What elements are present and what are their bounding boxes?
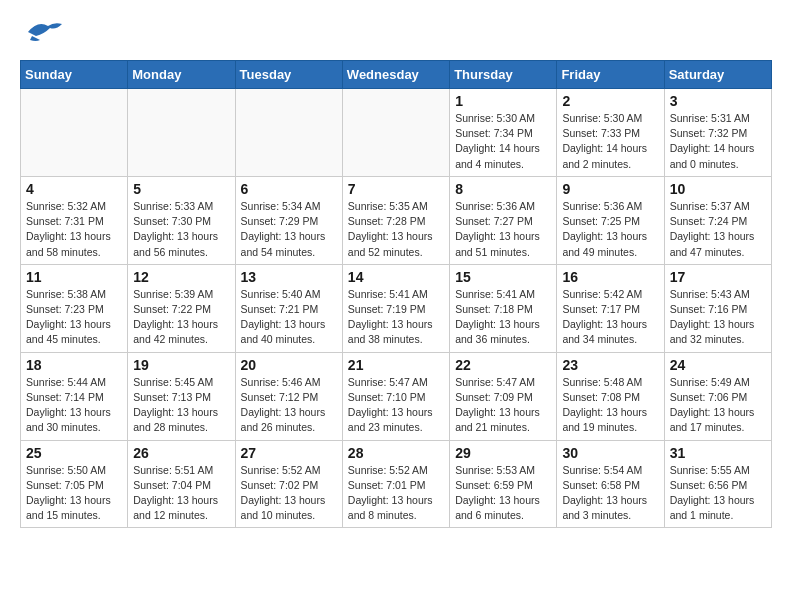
calendar-cell (235, 89, 342, 177)
calendar-cell: 3Sunrise: 5:31 AMSunset: 7:32 PMDaylight… (664, 89, 771, 177)
day-number: 15 (455, 269, 551, 285)
day-info: Sunrise: 5:33 AMSunset: 7:30 PMDaylight:… (133, 199, 229, 260)
day-info: Sunrise: 5:47 AMSunset: 7:10 PMDaylight:… (348, 375, 444, 436)
weekday-header: Saturday (664, 61, 771, 89)
day-info: Sunrise: 5:38 AMSunset: 7:23 PMDaylight:… (26, 287, 122, 348)
day-number: 5 (133, 181, 229, 197)
day-info: Sunrise: 5:34 AMSunset: 7:29 PMDaylight:… (241, 199, 337, 260)
day-info: Sunrise: 5:44 AMSunset: 7:14 PMDaylight:… (26, 375, 122, 436)
page: SundayMondayTuesdayWednesdayThursdayFrid… (0, 0, 792, 544)
calendar-cell: 4Sunrise: 5:32 AMSunset: 7:31 PMDaylight… (21, 176, 128, 264)
calendar-cell: 26Sunrise: 5:51 AMSunset: 7:04 PMDayligh… (128, 440, 235, 528)
day-info: Sunrise: 5:36 AMSunset: 7:27 PMDaylight:… (455, 199, 551, 260)
day-number: 1 (455, 93, 551, 109)
day-number: 20 (241, 357, 337, 373)
calendar-cell (21, 89, 128, 177)
day-number: 4 (26, 181, 122, 197)
day-number: 7 (348, 181, 444, 197)
day-number: 14 (348, 269, 444, 285)
day-info: Sunrise: 5:52 AMSunset: 7:02 PMDaylight:… (241, 463, 337, 524)
day-number: 9 (562, 181, 658, 197)
header (20, 16, 772, 48)
calendar-week-row: 18Sunrise: 5:44 AMSunset: 7:14 PMDayligh… (21, 352, 772, 440)
calendar-cell: 18Sunrise: 5:44 AMSunset: 7:14 PMDayligh… (21, 352, 128, 440)
calendar-cell (342, 89, 449, 177)
logo-bird-icon (20, 16, 64, 48)
calendar-cell: 24Sunrise: 5:49 AMSunset: 7:06 PMDayligh… (664, 352, 771, 440)
day-number: 22 (455, 357, 551, 373)
calendar-cell: 13Sunrise: 5:40 AMSunset: 7:21 PMDayligh… (235, 264, 342, 352)
day-info: Sunrise: 5:47 AMSunset: 7:09 PMDaylight:… (455, 375, 551, 436)
calendar-cell: 9Sunrise: 5:36 AMSunset: 7:25 PMDaylight… (557, 176, 664, 264)
calendar-cell: 17Sunrise: 5:43 AMSunset: 7:16 PMDayligh… (664, 264, 771, 352)
weekday-header: Tuesday (235, 61, 342, 89)
day-info: Sunrise: 5:48 AMSunset: 7:08 PMDaylight:… (562, 375, 658, 436)
calendar-table: SundayMondayTuesdayWednesdayThursdayFrid… (20, 60, 772, 528)
day-number: 13 (241, 269, 337, 285)
day-number: 11 (26, 269, 122, 285)
day-number: 19 (133, 357, 229, 373)
day-number: 12 (133, 269, 229, 285)
day-number: 29 (455, 445, 551, 461)
calendar-cell: 8Sunrise: 5:36 AMSunset: 7:27 PMDaylight… (450, 176, 557, 264)
calendar-week-row: 1Sunrise: 5:30 AMSunset: 7:34 PMDaylight… (21, 89, 772, 177)
day-info: Sunrise: 5:39 AMSunset: 7:22 PMDaylight:… (133, 287, 229, 348)
day-number: 27 (241, 445, 337, 461)
calendar-week-row: 4Sunrise: 5:32 AMSunset: 7:31 PMDaylight… (21, 176, 772, 264)
day-info: Sunrise: 5:49 AMSunset: 7:06 PMDaylight:… (670, 375, 766, 436)
day-info: Sunrise: 5:54 AMSunset: 6:58 PMDaylight:… (562, 463, 658, 524)
weekday-header: Thursday (450, 61, 557, 89)
day-info: Sunrise: 5:51 AMSunset: 7:04 PMDaylight:… (133, 463, 229, 524)
calendar-cell: 25Sunrise: 5:50 AMSunset: 7:05 PMDayligh… (21, 440, 128, 528)
calendar-cell: 14Sunrise: 5:41 AMSunset: 7:19 PMDayligh… (342, 264, 449, 352)
weekday-header: Wednesday (342, 61, 449, 89)
weekday-header: Monday (128, 61, 235, 89)
calendar-cell: 5Sunrise: 5:33 AMSunset: 7:30 PMDaylight… (128, 176, 235, 264)
day-info: Sunrise: 5:40 AMSunset: 7:21 PMDaylight:… (241, 287, 337, 348)
calendar-week-row: 25Sunrise: 5:50 AMSunset: 7:05 PMDayligh… (21, 440, 772, 528)
calendar-week-row: 11Sunrise: 5:38 AMSunset: 7:23 PMDayligh… (21, 264, 772, 352)
calendar-cell: 30Sunrise: 5:54 AMSunset: 6:58 PMDayligh… (557, 440, 664, 528)
day-number: 16 (562, 269, 658, 285)
day-info: Sunrise: 5:30 AMSunset: 7:33 PMDaylight:… (562, 111, 658, 172)
calendar-cell: 31Sunrise: 5:55 AMSunset: 6:56 PMDayligh… (664, 440, 771, 528)
weekday-header: Sunday (21, 61, 128, 89)
day-info: Sunrise: 5:46 AMSunset: 7:12 PMDaylight:… (241, 375, 337, 436)
day-number: 24 (670, 357, 766, 373)
day-number: 8 (455, 181, 551, 197)
calendar-cell: 12Sunrise: 5:39 AMSunset: 7:22 PMDayligh… (128, 264, 235, 352)
day-info: Sunrise: 5:37 AMSunset: 7:24 PMDaylight:… (670, 199, 766, 260)
day-number: 6 (241, 181, 337, 197)
day-number: 31 (670, 445, 766, 461)
day-number: 25 (26, 445, 122, 461)
day-info: Sunrise: 5:52 AMSunset: 7:01 PMDaylight:… (348, 463, 444, 524)
day-info: Sunrise: 5:35 AMSunset: 7:28 PMDaylight:… (348, 199, 444, 260)
calendar-cell: 19Sunrise: 5:45 AMSunset: 7:13 PMDayligh… (128, 352, 235, 440)
calendar-cell: 15Sunrise: 5:41 AMSunset: 7:18 PMDayligh… (450, 264, 557, 352)
day-number: 23 (562, 357, 658, 373)
calendar-cell: 1Sunrise: 5:30 AMSunset: 7:34 PMDaylight… (450, 89, 557, 177)
day-info: Sunrise: 5:36 AMSunset: 7:25 PMDaylight:… (562, 199, 658, 260)
calendar-cell: 11Sunrise: 5:38 AMSunset: 7:23 PMDayligh… (21, 264, 128, 352)
day-number: 3 (670, 93, 766, 109)
day-info: Sunrise: 5:50 AMSunset: 7:05 PMDaylight:… (26, 463, 122, 524)
calendar-cell: 10Sunrise: 5:37 AMSunset: 7:24 PMDayligh… (664, 176, 771, 264)
calendar-cell: 27Sunrise: 5:52 AMSunset: 7:02 PMDayligh… (235, 440, 342, 528)
calendar-cell: 2Sunrise: 5:30 AMSunset: 7:33 PMDaylight… (557, 89, 664, 177)
day-info: Sunrise: 5:45 AMSunset: 7:13 PMDaylight:… (133, 375, 229, 436)
day-number: 18 (26, 357, 122, 373)
calendar-cell: 21Sunrise: 5:47 AMSunset: 7:10 PMDayligh… (342, 352, 449, 440)
calendar-cell: 29Sunrise: 5:53 AMSunset: 6:59 PMDayligh… (450, 440, 557, 528)
day-info: Sunrise: 5:55 AMSunset: 6:56 PMDaylight:… (670, 463, 766, 524)
day-number: 21 (348, 357, 444, 373)
calendar-cell: 16Sunrise: 5:42 AMSunset: 7:17 PMDayligh… (557, 264, 664, 352)
day-info: Sunrise: 5:41 AMSunset: 7:18 PMDaylight:… (455, 287, 551, 348)
calendar-cell: 23Sunrise: 5:48 AMSunset: 7:08 PMDayligh… (557, 352, 664, 440)
calendar-cell: 28Sunrise: 5:52 AMSunset: 7:01 PMDayligh… (342, 440, 449, 528)
day-info: Sunrise: 5:41 AMSunset: 7:19 PMDaylight:… (348, 287, 444, 348)
day-info: Sunrise: 5:31 AMSunset: 7:32 PMDaylight:… (670, 111, 766, 172)
day-number: 26 (133, 445, 229, 461)
day-info: Sunrise: 5:53 AMSunset: 6:59 PMDaylight:… (455, 463, 551, 524)
day-number: 10 (670, 181, 766, 197)
calendar-cell: 7Sunrise: 5:35 AMSunset: 7:28 PMDaylight… (342, 176, 449, 264)
